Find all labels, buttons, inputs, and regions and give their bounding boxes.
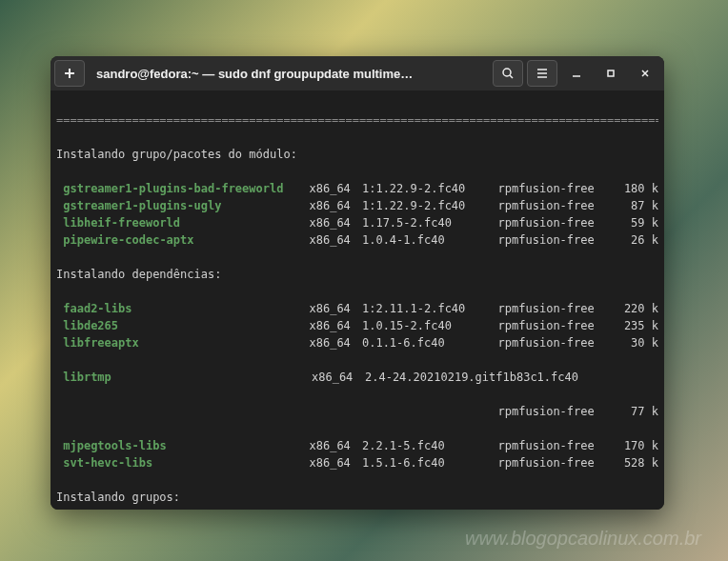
heading-module-packages: Instalando grupo/pacotes do módulo: — [56, 146, 658, 163]
window-title: sandro@fedora:~ — sudo dnf groupupdate m… — [89, 67, 489, 81]
plus-icon — [63, 67, 76, 80]
hamburger-icon — [536, 67, 549, 80]
package-row: libheif-freeworldx86_641.17.5-2.fc40rpmf… — [56, 214, 658, 231]
heading-groups: Instalando grupos: — [56, 489, 658, 506]
titlebar: sandro@fedora:~ — sudo dnf groupupdate m… — [51, 56, 664, 90]
package-row: mjpegtools-libsx86_642.2.1-5.fc40rpmfusi… — [56, 437, 658, 454]
svg-point-0 — [503, 69, 511, 76]
package-row: svt-hevc-libsx86_641.5.1-6.fc40rpmfusion… — [56, 454, 658, 471]
package-row-wrap: rpmfusion-free 77 k — [56, 403, 658, 420]
package-row: gstreamer1-plugins-uglyx86_641:1.22.9-2.… — [56, 197, 658, 214]
search-button[interactable] — [493, 60, 523, 87]
package-row: libfreeaptxx86_640.1.1-6.fc40rpmfusion-f… — [56, 334, 658, 351]
close-icon — [639, 68, 651, 79]
minimize-button[interactable] — [561, 60, 592, 87]
package-row: gstreamer1-plugins-bad-freeworldx86_641:… — [56, 180, 658, 197]
terminal-content[interactable]: ========================================… — [51, 90, 664, 510]
close-button[interactable] — [630, 60, 660, 87]
separator: ========================================… — [56, 111, 658, 129]
package-row: librtmpx86_642.4-24.20210219.gitf1b83c1.… — [56, 369, 658, 386]
new-tab-button[interactable] — [54, 60, 85, 87]
package-row: faad2-libsx86_641:2.11.1-2.fc40rpmfusion… — [56, 300, 658, 317]
watermark: www.blogopcaolinux.com.br — [465, 528, 701, 550]
maximize-button[interactable] — [596, 60, 626, 87]
heading-dependencies: Instalando dependências: — [56, 266, 658, 283]
minimize-icon — [571, 68, 582, 79]
svg-rect-1 — [608, 70, 614, 76]
package-row: pipewire-codec-aptxx86_641.0.4-1.fc40rpm… — [56, 231, 658, 249]
menu-button[interactable] — [527, 60, 557, 87]
package-row: libde265x86_641.0.15-2.fc40rpmfusion-fre… — [56, 317, 658, 334]
maximize-icon — [605, 68, 617, 79]
terminal-window: sandro@fedora:~ — sudo dnf groupupdate m… — [51, 56, 664, 510]
search-icon — [501, 67, 515, 80]
